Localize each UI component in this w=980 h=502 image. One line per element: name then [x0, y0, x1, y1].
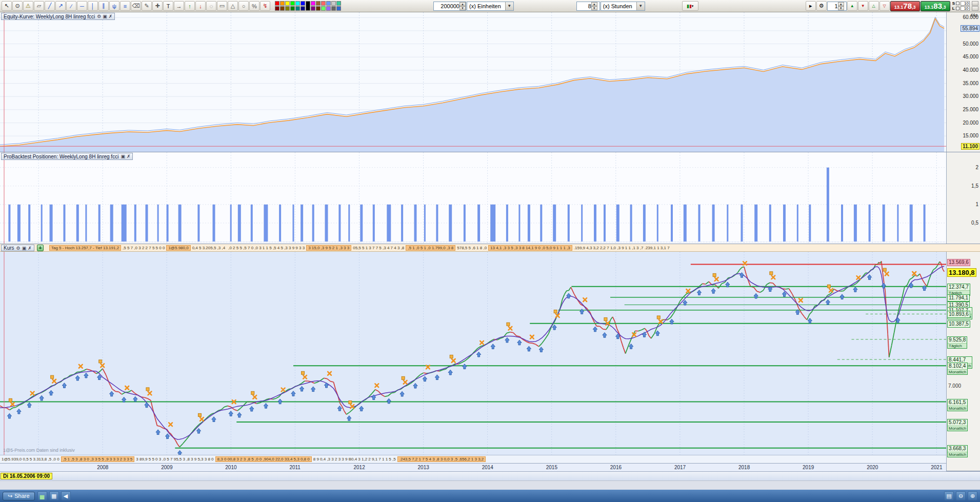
triangle-tool[interactable]: △ [228, 1, 238, 11]
sell-market-button[interactable]: ▼ [858, 1, 868, 11]
close-icon[interactable]: ✗ [127, 154, 131, 159]
limit-value-input[interactable] [961, 6, 970, 11]
chart-mini-icon[interactable]: ▅ [37, 491, 47, 500]
color-swatch[interactable] [275, 1, 279, 6]
positions-panel-tab[interactable]: ProBacktest Positionen: WeeklyLong 8H li… [1, 153, 133, 160]
sell-button[interactable]: 13.178,3 [890, 1, 920, 11]
color-swatch[interactable] [285, 1, 290, 6]
vertical-line-tool[interactable]: │ [88, 1, 98, 11]
color-swatch[interactable] [326, 1, 331, 6]
zigzag-tool[interactable]: ↯ [260, 1, 270, 11]
color-swatch[interactable] [285, 6, 290, 11]
wrench-icon[interactable]: ⚙ [97, 14, 101, 19]
color-swatch[interactable] [321, 6, 326, 11]
color-swatch[interactable] [280, 6, 285, 11]
kurs-price-axis[interactable]: 13.569,613.180,812.374,7Täglich11.794,11… [946, 252, 980, 471]
zoom-in-icon[interactable]: ⊕ [968, 491, 977, 500]
play-button[interactable]: ▸ [806, 1, 816, 11]
horizontal-line-tool[interactable]: ─ [77, 1, 87, 11]
order-quantity-input[interactable] [828, 3, 838, 9]
toolbar-mini-button-2[interactable] [972, 6, 978, 11]
trendline-tool[interactable]: ╱ [45, 1, 55, 11]
timeframe-spinner[interactable]: ▲▼ [591, 2, 597, 10]
window-icon[interactable]: ▣ [22, 246, 27, 251]
trash-tool[interactable]: ⌫ [131, 1, 141, 11]
share-button[interactable]: ↪ Share [3, 492, 35, 500]
buy-market-button[interactable]: ▲ [847, 1, 857, 11]
fibonacci-tool[interactable]: ≡ [120, 1, 130, 11]
quantity-input[interactable] [434, 3, 459, 9]
kurs-chart[interactable]: 1@5-Preis.com Daten sind inklusiv [0, 252, 946, 455]
color-swatch[interactable] [331, 6, 336, 11]
arrow-down-tool[interactable]: ↓ [195, 1, 206, 11]
order-quantity-spinner[interactable]: ▲▼ [838, 2, 844, 10]
pitchfork-tool[interactable]: ψ [109, 1, 119, 11]
crosshair-tool[interactable]: ✚ [152, 1, 163, 11]
color-swatch[interactable] [301, 6, 305, 11]
arrow-right-tool[interactable]: → [174, 1, 184, 11]
timeframe-input[interactable] [577, 3, 591, 9]
add-indicator-button[interactable]: + [37, 245, 44, 251]
color-swatch[interactable] [321, 1, 326, 6]
lasso-tool[interactable]: ◌ [206, 1, 216, 11]
color-swatch[interactable] [311, 6, 315, 11]
window-icon[interactable]: ▣ [103, 14, 107, 19]
equity-chart[interactable] [0, 12, 946, 152]
buy-order-button[interactable]: △ [869, 1, 879, 11]
equity-panel-tab[interactable]: Equity-Kurve: WeeklyLong 8H linreg fcci … [1, 13, 115, 20]
paint-tool[interactable]: ✎ [142, 1, 152, 11]
positions-axis[interactable]: 21,510,5 [946, 152, 980, 244]
color-swatch[interactable] [280, 1, 285, 6]
semiline-tool[interactable]: ↗ [55, 1, 66, 11]
time-axis[interactable]: 2008200920102011201220132014201520162017… [0, 463, 946, 471]
kurs-panel-tab[interactable]: Kurs ⚙▣✗ [1, 245, 34, 251]
color-swatch[interactable] [336, 6, 341, 11]
close-icon[interactable]: ✗ [109, 14, 113, 19]
rectangle-tool[interactable]: ▭ [217, 1, 227, 11]
scroll-left-icon[interactable]: ◀ [61, 491, 71, 500]
color-swatch[interactable] [316, 1, 321, 6]
stop-checkbox[interactable] [956, 2, 959, 5]
quantity-spinner[interactable]: ▲▼ [459, 2, 466, 10]
limit-checkbox[interactable] [956, 7, 959, 10]
zoom-tool[interactable]: ⊙ [12, 1, 23, 11]
ellipse-tool[interactable]: ○ [238, 1, 249, 11]
color-swatch[interactable] [295, 6, 300, 11]
color-swatch[interactable] [275, 6, 279, 11]
color-swatch[interactable] [311, 1, 315, 6]
segment-tool[interactable]: ∕ [66, 1, 76, 11]
stop-value-input[interactable] [961, 1, 970, 6]
window-icon[interactable]: ▣ [121, 154, 125, 159]
timeframe-unit-select[interactable]: (x) Stunden ▼ [601, 2, 645, 11]
alarm-tool[interactable]: ⚠ [23, 1, 33, 11]
color-swatch[interactable] [316, 6, 321, 11]
color-swatch[interactable] [306, 1, 310, 11]
buy-arrow-marker [539, 347, 543, 352]
color-swatch[interactable] [301, 1, 305, 6]
parallel-channel-tool[interactable]: ∥ [98, 1, 109, 11]
order-settings-button[interactable]: ⚙ [816, 1, 827, 11]
panel-icon[interactable]: ▤ [944, 491, 954, 500]
color-swatch[interactable] [331, 1, 336, 6]
color-swatch[interactable] [290, 6, 295, 11]
zoom-out-icon[interactable]: ⊖ [956, 491, 966, 500]
color-swatch[interactable] [290, 1, 295, 6]
color-swatch[interactable] [326, 6, 331, 11]
buy-button[interactable]: 13.183,3 [921, 1, 950, 11]
pointer-tool[interactable]: ↖ [2, 1, 12, 11]
grid-icon[interactable]: ▦ [49, 491, 59, 500]
wrench-icon[interactable]: ⚙ [16, 246, 21, 251]
eraser-tool[interactable]: ▱ [34, 1, 44, 11]
percent-tool[interactable]: % [249, 1, 259, 11]
equity-price-axis[interactable]: Pkt 60.00055.89450.00045.00040.00035.000… [946, 12, 980, 152]
color-swatch[interactable] [336, 1, 341, 6]
chart-style-button[interactable]: ▮▮▾ [682, 1, 698, 11]
close-icon[interactable]: ✗ [28, 246, 32, 251]
positions-chart[interactable] [0, 152, 946, 244]
quantity-unit-select[interactable]: (x) Einheiten ▼ [467, 2, 514, 11]
color-swatch[interactable] [295, 1, 300, 6]
toolbar-mini-button-1[interactable] [972, 1, 978, 6]
arrow-up-tool[interactable]: ↑ [185, 1, 195, 11]
text-tool[interactable]: T [163, 1, 173, 11]
sell-order-button[interactable]: ▽ [879, 1, 890, 11]
